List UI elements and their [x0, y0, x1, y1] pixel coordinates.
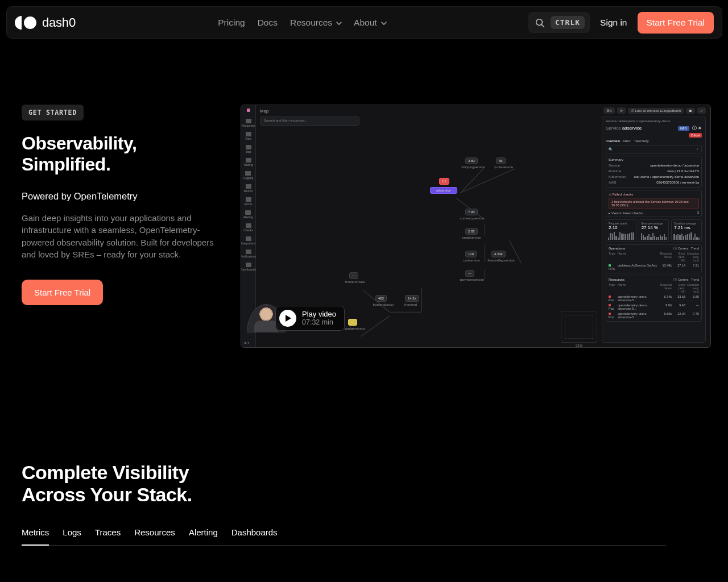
operations-table: Operations ⓘ Current Trend TypeNameReque…: [606, 244, 702, 273]
shot-detail-panel: service.namespace = opentelemetry-demo S…: [602, 117, 706, 343]
svg-line-3: [461, 168, 515, 193]
node-frontend: 14.2k: [405, 295, 419, 302]
svg-line-1: [542, 24, 544, 27]
node-loadgenerator: —: [348, 319, 357, 326]
nav-pricing[interactable]: Pricing: [218, 18, 245, 28]
nav-actions: CTRLK Sign in Start Free Trial: [528, 12, 714, 34]
metrics-row: Request rate/s2.10Error percentage27.14 …: [606, 219, 702, 242]
shot-minimap: [561, 311, 597, 343]
node-frontend-web: —: [349, 272, 358, 279]
shot-rail-item: Dashboards: [241, 263, 256, 271]
hero-copy: GET STARTED Observability, Simplified. P…: [22, 105, 218, 305]
hero-start-trial-button[interactable]: Start Free Trial: [22, 280, 103, 305]
shot-rail-item: Notifications: [241, 250, 256, 258]
play-icon: [279, 310, 296, 327]
panel-title: Service adservice INFO ⓘ ✕: [606, 125, 702, 131]
brand-name: dash0: [42, 15, 76, 30]
logo-mark-icon: [15, 16, 36, 30]
shot-zoom: 92%: [561, 344, 597, 347]
shot-search-input: Search and filter resources…: [260, 117, 359, 126]
play-video-overlay[interactable]: Play video 07:32 min: [247, 304, 345, 332]
shot-rail-item: Checks: [243, 223, 253, 232]
svg-line-12: [361, 316, 390, 336]
shot-rail-item: Alerting: [243, 210, 253, 219]
chevron-down-icon: [336, 20, 341, 26]
node-shippingservice: 2.83: [465, 157, 478, 164]
node-paymentservice: —: [465, 270, 474, 277]
feature-tabs: MetricsLogsTracesResourcesAlertingDashbo…: [22, 527, 666, 546]
node-adservice-red: 2.1: [439, 178, 449, 185]
summary-card: Summary Serviceopentelemetry-demo / adse…: [606, 156, 702, 188]
visibility-heading: Complete Visibility Across Your Stack.: [22, 462, 192, 506]
search-icon: [535, 18, 545, 28]
get-started-pill: GET STARTED: [22, 105, 84, 120]
shot-time-range: ⏱ Last 30 minutes Europe/Berlin: [628, 108, 684, 114]
svg-line-2: [461, 168, 484, 193]
top-nav: dash0 Pricing Docs Resources About CTRLK…: [6, 6, 722, 39]
node-adservice: adservice: [430, 187, 457, 194]
shot-rail-item: View: [245, 132, 251, 140]
node-frontendproxy: 482: [375, 295, 387, 302]
node-emailservice: 2.83: [465, 228, 478, 235]
play-label: Play video: [302, 310, 336, 319]
shot-rail-item: Integrations: [241, 236, 255, 245]
tab-resources[interactable]: Resources: [134, 527, 175, 537]
shot-expand-icon: ⤢: [697, 107, 706, 114]
hero-subtitle: Powered by OpenTelemetry: [22, 191, 218, 202]
hero-body: Gain deep insights into your application…: [22, 212, 218, 260]
shot-rail-item: Map: [246, 145, 251, 153]
signin-link[interactable]: Sign in: [598, 18, 629, 28]
nav-resources-label: Resources: [290, 18, 332, 28]
nav-links: Pricing Docs Resources About: [76, 18, 528, 28]
hero: GET STARTED Observability, Simplified. P…: [22, 105, 711, 348]
panel-search: 🔍⋮: [606, 145, 702, 153]
shot-kbd-icon: ⌘K: [603, 107, 615, 114]
nav-about[interactable]: About: [354, 18, 386, 28]
panel-crumb: service.namespace = opentelemetry-demo: [606, 119, 702, 123]
shot-rail-item: Metrics: [243, 184, 253, 193]
tab-logs[interactable]: Logs: [63, 527, 81, 537]
failed-checks-card: ⚠ Failed checks 1 failed checks affected…: [606, 190, 702, 217]
node-cartservice: 116: [465, 251, 477, 257]
play-card[interactable]: Play video 07:32 min: [275, 306, 345, 331]
status-badge: Critical: [689, 133, 702, 138]
shot-refresh-icon: ⟳: [617, 107, 626, 114]
search-button[interactable]: CTRLK: [528, 12, 590, 33]
search-shortcut: CTRLK: [551, 16, 585, 29]
tab-metrics[interactable]: Metrics: [22, 527, 49, 537]
svg-point-0: [536, 19, 543, 25]
tab-alerting[interactable]: Alerting: [189, 527, 218, 537]
shot-rail-item: Admin: [244, 197, 252, 206]
shot-rail-item: Logging: [243, 171, 254, 180]
shot-rail-item: Tracing: [243, 158, 253, 167]
resources-table: Resources ⓘ Current Trend TypeNameReques…: [606, 276, 702, 322]
logo[interactable]: dash0: [15, 15, 76, 30]
start-trial-button[interactable]: Start Free Trial: [638, 12, 714, 34]
shot-time-controls: ⌘K ⟳ ⏱ Last 30 minutes Europe/Berlin ⏹ ⤢: [603, 107, 706, 114]
chevron-down-icon: [380, 20, 386, 26]
node-featureflagservice: 4.24k: [491, 251, 506, 257]
nav-about-label: About: [354, 18, 377, 28]
node-quoteservice: 56: [496, 157, 506, 164]
shot-breadcrumb: Map: [260, 109, 269, 114]
tab-traces[interactable]: Traces: [95, 527, 121, 537]
tab-dashboards[interactable]: Dashboards: [231, 527, 278, 537]
panel-tabs: Overview RED Telemetry: [606, 139, 702, 143]
shot-footer-logo-icon: ▶●: [245, 340, 250, 344]
nav-docs[interactable]: Docs: [258, 18, 278, 28]
nav-resources[interactable]: Resources: [290, 18, 341, 28]
shot-stop-icon: ⏹: [686, 108, 695, 114]
play-duration: 07:32 min: [302, 318, 336, 327]
hero-title: Observability, Simplified.: [22, 133, 218, 175]
shot-rail-item: Resources: [242, 119, 255, 127]
product-screenshot: ResourcesViewMapTracingLoggingMetricsAdm…: [241, 105, 711, 348]
node-currencyservice: 7.95: [465, 209, 478, 215]
